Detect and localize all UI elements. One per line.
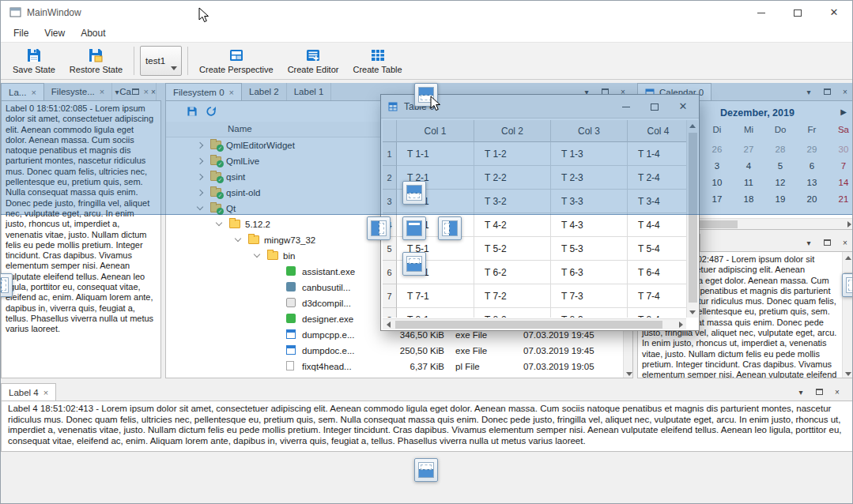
tab-label4[interactable]: Label 4 ×	[1, 383, 56, 401]
drop-indicator-area-left[interactable]	[367, 216, 391, 240]
dock-bottom-icon	[418, 462, 434, 478]
file-type: exe File	[455, 330, 487, 340]
table-cell[interactable]: T 6-2	[474, 261, 551, 284]
label4-panel: Label 4 18:51:02:413 - Lorem ipsum dolor…	[1, 401, 853, 452]
tab-close-icon[interactable]: ×	[43, 389, 48, 397]
undock-button[interactable]	[813, 386, 825, 398]
tabs-menu-button[interactable]: ▾	[795, 386, 806, 398]
dock-top-icon	[406, 185, 422, 201]
file-type: pl File	[455, 362, 480, 371]
drop-indicator-edge-right[interactable]	[842, 273, 853, 297]
main-toolbar: Save State Restore State test1 Create Pe…	[1, 42, 852, 80]
tree-item-name: dumpdoc.e...	[302, 346, 354, 355]
arrow-down-icon	[845, 372, 851, 376]
maximize-button[interactable]	[779, 1, 816, 24]
perspective-layout-icon	[228, 47, 244, 63]
drop-indicator-area-top[interactable]	[402, 181, 426, 205]
dock-close-button[interactable]: ×	[840, 236, 851, 249]
create-table-label: Create Table	[353, 65, 402, 74]
scroll-left-button[interactable]	[383, 319, 394, 330]
file-date: 07.03.2019 19:45	[523, 346, 594, 355]
scroll-right-button[interactable]	[844, 219, 853, 230]
toolbar-separator	[134, 47, 134, 75]
table-cell[interactable]: T 5-3	[551, 237, 628, 261]
dock-close-button[interactable]: ×	[832, 386, 843, 398]
maximize-icon	[794, 9, 802, 17]
table-cell[interactable]: T 4-4	[628, 213, 686, 237]
scroll-down-button[interactable]	[624, 368, 633, 378]
table-horizontal-scrollbar[interactable]	[383, 318, 686, 329]
arrow-down-icon	[626, 372, 632, 376]
minimize-button[interactable]	[743, 1, 779, 24]
save-state-button[interactable]: Save State	[6, 43, 62, 78]
tree-item-name: fixqt4head...	[302, 362, 352, 371]
dock-right-icon	[442, 220, 458, 236]
table-row-header[interactable]: 7	[383, 284, 397, 308]
tree-item-name: d3dcompil...	[302, 299, 351, 308]
table-cell[interactable]: T 7-4	[628, 284, 686, 308]
menu-bar: File View About	[1, 24, 852, 42]
table-row-header[interactable]: 8	[383, 308, 397, 318]
scroll-right-button[interactable]	[675, 319, 686, 330]
menu-about[interactable]: About	[73, 25, 113, 41]
create-table-button[interactable]: Create Table	[345, 43, 409, 78]
perspective-combobox[interactable]: test1	[140, 46, 182, 76]
table-cell[interactable]: T 8-4	[628, 308, 686, 318]
table-cell[interactable]: T 8-2	[474, 308, 551, 318]
close-button[interactable]: ✕	[816, 1, 852, 24]
table-cell[interactable]: T 6-3	[551, 261, 628, 284]
drop-indicator-area-bottom[interactable]	[402, 252, 426, 276]
folder-icon	[267, 251, 278, 260]
undock-button[interactable]	[821, 236, 832, 249]
tree-item-name: bin	[283, 251, 295, 261]
undock-icon	[824, 239, 831, 246]
toolbar-separator	[187, 47, 188, 75]
expander-icon[interactable]	[216, 220, 222, 226]
tree-item-name: mingw73_32	[264, 235, 315, 245]
expander-icon[interactable]	[235, 235, 241, 242]
table-cell[interactable]: T 8-1	[397, 308, 474, 318]
perspective-combobox-value: test1	[145, 56, 165, 66]
menu-view[interactable]: View	[36, 25, 73, 41]
table-cell[interactable]: T 8-3	[551, 308, 628, 318]
table-cell[interactable]: T 4-3	[551, 213, 628, 237]
table-cell[interactable]: T 5-4	[628, 237, 686, 261]
expander-icon[interactable]	[254, 251, 260, 258]
table-cell[interactable]: T 4-2	[474, 213, 551, 237]
dock-bottom-icon	[406, 256, 422, 272]
table-cell[interactable]: T 7-1	[397, 284, 474, 308]
tree-row[interactable]: dumpdoc.e...250,50 KiBexe File07.03.2019…	[166, 343, 623, 359]
table-cell[interactable]: T 7-2	[474, 284, 551, 308]
create-perspective-button[interactable]: Create Perspective	[192, 43, 281, 78]
tree-row[interactable]: fixqt4head...6,37 KiBpl File07.03.2019 1…	[166, 359, 623, 374]
table-row-header[interactable]: 5	[383, 237, 397, 261]
window-title: MainWindow	[27, 7, 81, 18]
app-blue-icon	[286, 329, 296, 339]
close-icon: ✕	[830, 9, 839, 17]
scrollbar-thumb[interactable]	[395, 321, 662, 329]
scroll-down-button[interactable]	[843, 368, 853, 378]
table-cell[interactable]: T 6-4	[628, 261, 686, 284]
dock-left-icon	[0, 277, 9, 293]
scroll-down-button[interactable]	[687, 307, 698, 318]
drop-indicator-edge-left[interactable]	[0, 273, 13, 297]
drag-mouse-cursor	[430, 96, 441, 111]
table-row-header[interactable]: 6	[383, 261, 397, 284]
restore-state-button[interactable]: Restore State	[62, 43, 130, 78]
drop-indicator-area-center[interactable]	[402, 216, 426, 240]
tabs-menu-button[interactable]: ▾	[803, 236, 814, 249]
title-bar: MainWindow ✕	[1, 1, 852, 24]
drop-indicator-edge-bottom[interactable]	[414, 458, 438, 482]
new-editor-icon	[305, 47, 321, 63]
scroll-up-button[interactable]	[843, 252, 853, 263]
tree-item-name: canbusutil...	[302, 283, 350, 292]
create-editor-button[interactable]: Create Editor	[281, 43, 346, 78]
menu-file[interactable]: File	[6, 25, 36, 41]
table-grid-icon	[370, 47, 386, 63]
label5-vertical-scrollbar[interactable]	[842, 252, 853, 378]
table-cell[interactable]: T 5-2	[474, 237, 551, 261]
folder-icon	[248, 235, 259, 244]
table-cell[interactable]: T 7-3	[551, 284, 628, 308]
drop-indicator-area-right[interactable]	[438, 216, 462, 240]
file-size: 250,50 KiB	[381, 346, 444, 355]
